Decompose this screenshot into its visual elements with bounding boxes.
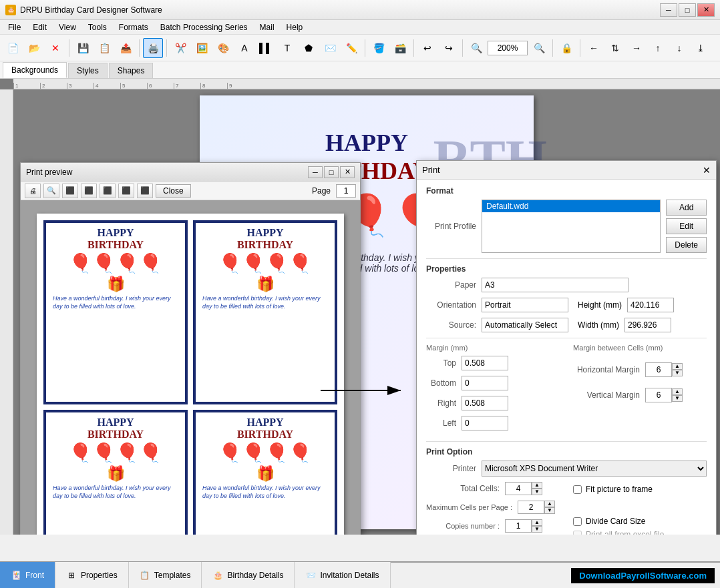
bottom-tab-properties[interactable]: ⊞ Properties	[55, 562, 129, 588]
orientation-input[interactable]	[482, 298, 568, 312]
delete-profile-button[interactable]: Delete	[666, 237, 707, 253]
v-margin-up-button[interactable]: ▲	[672, 388, 683, 395]
max-cells-down-btn[interactable]: ▼	[544, 507, 555, 514]
source-input[interactable]	[482, 318, 568, 332]
h-margin-input[interactable]	[645, 362, 672, 377]
bottom-tab-front[interactable]: 🃏 Front	[0, 562, 55, 588]
print-dialog-close-icon[interactable]: ✕	[703, 165, 711, 176]
copies-input[interactable]	[505, 519, 532, 533]
pp-tb-btn-6[interactable]: ⬛	[118, 184, 134, 198]
pp-tb-btn-2[interactable]: 🔍	[43, 184, 59, 198]
pp-maximize-btn[interactable]: □	[324, 166, 339, 178]
bottom-tab-templates[interactable]: 📋 Templates	[129, 562, 202, 588]
copies-down-btn[interactable]: ▼	[532, 526, 542, 533]
arrow-right-button[interactable]: →	[626, 38, 647, 58]
text-button[interactable]: A	[234, 38, 254, 58]
pp-tb-btn-4[interactable]: ⬛	[81, 184, 97, 198]
pp-tb-btn-5[interactable]: ⬛	[100, 184, 116, 198]
width-input[interactable]	[624, 318, 671, 332]
top-input[interactable]	[462, 356, 508, 370]
menu-help[interactable]: Help	[281, 21, 309, 33]
total-cells-up-btn[interactable]: ▲	[532, 482, 542, 489]
tab-shapes[interactable]: Shapes	[109, 63, 154, 78]
divide-card-checkbox[interactable]	[573, 517, 582, 526]
color-button[interactable]: 🎨	[213, 38, 233, 58]
menu-file[interactable]: File	[3, 21, 26, 33]
paper-input[interactable]	[482, 278, 628, 292]
total-cells-down-btn[interactable]: ▼	[532, 489, 542, 495]
arrow-stack-button[interactable]: ⇅	[605, 38, 625, 58]
pen-button[interactable]: ✏️	[341, 38, 361, 58]
arrow-left-button[interactable]: ←	[584, 38, 604, 58]
print-preview-close-button[interactable]: Close	[156, 184, 191, 198]
barcode-button[interactable]: ▌▌	[256, 38, 276, 58]
image-button[interactable]: 🖼️	[192, 38, 212, 58]
maximize-button[interactable]: □	[679, 3, 696, 17]
shape-button[interactable]: ⬟	[299, 38, 319, 58]
max-cells-up-btn[interactable]: ▲	[544, 501, 555, 507]
new-button[interactable]: 📄	[3, 38, 23, 58]
save-as-button[interactable]: 📋	[94, 38, 114, 58]
fit-picture-checkbox[interactable]	[573, 485, 582, 494]
v-margin-input[interactable]	[645, 388, 672, 402]
undo-button[interactable]: ↩	[417, 38, 437, 58]
tab-backgrounds[interactable]: Backgrounds	[3, 62, 67, 78]
toolbar: 📄 📂 ✕ 💾 📋 📤 🖨️ ✂️ 🖼️ 🎨 A ▌▌ T ⬟ ✉️ ✏️ 🪣 …	[0, 35, 720, 61]
h-margin-down-button[interactable]: ▼	[672, 370, 683, 376]
arrow-end-button[interactable]: ⤓	[691, 38, 711, 58]
page-number-input[interactable]	[336, 184, 356, 198]
db-button[interactable]: 🗃️	[390, 38, 410, 58]
menu-view[interactable]: View	[53, 21, 81, 33]
email-button[interactable]: ✉️	[320, 38, 340, 58]
bottom-tab-birthday-details[interactable]: 🎂 Birthday Details	[202, 562, 295, 588]
arrow-up-button[interactable]: ↑	[648, 38, 668, 58]
height-input[interactable]	[627, 298, 674, 312]
menu-tools[interactable]: Tools	[83, 21, 112, 33]
menu-formats[interactable]: Formats	[114, 21, 154, 33]
h-margin-up-button[interactable]: ▲	[672, 363, 683, 370]
print-excel-checkbox[interactable]	[573, 531, 582, 535]
cut-button[interactable]: ✂️	[170, 38, 190, 58]
pp-tb-btn-7[interactable]: ⬛	[137, 184, 153, 198]
menu-mail[interactable]: Mail	[254, 21, 280, 33]
v-margin-row: Vertical Margin ▲ ▼	[573, 388, 707, 402]
pc2-gift: 🎁	[256, 276, 275, 293]
max-cells-input[interactable]	[518, 501, 544, 514]
lock-button[interactable]: 🔒	[556, 38, 576, 58]
edit-profile-button[interactable]: Edit	[666, 218, 707, 234]
right-input[interactable]	[462, 396, 508, 410]
tick: 9	[227, 83, 254, 89]
export-button[interactable]: 📤	[116, 38, 136, 58]
zoom-in-button[interactable]: 🔍	[466, 38, 486, 58]
arrow-down-button[interactable]: ↓	[669, 38, 689, 58]
pc1-verse: Have a wonderful birthday. I wish your e…	[50, 293, 181, 312]
properties-section-label: Properties	[426, 264, 707, 274]
close-button[interactable]: ✕	[697, 3, 715, 17]
copies-up-btn[interactable]: ▲	[532, 519, 542, 526]
left-input[interactable]	[462, 416, 508, 430]
print-profile-selected[interactable]: Default.wdd	[482, 200, 660, 212]
pp-tb-btn-1[interactable]: 🖨	[25, 184, 41, 198]
delete-button[interactable]: ✕	[45, 38, 65, 58]
save-button[interactable]: 💾	[73, 38, 93, 58]
pp-close-btn-x[interactable]: ✕	[340, 166, 355, 178]
menu-edit[interactable]: Edit	[27, 21, 52, 33]
print-button[interactable]: 🖨️	[143, 38, 163, 58]
open-button[interactable]: 📂	[24, 38, 44, 58]
v-margin-down-button[interactable]: ▼	[672, 395, 683, 402]
print-preview-content: HAPPY BIRTHDAY 🎈🎈🎈🎈 🎁 Have a wonderful b…	[21, 200, 360, 535]
pp-minimize-btn[interactable]: ─	[308, 166, 323, 178]
total-cells-input[interactable]	[505, 482, 532, 495]
minimize-button[interactable]: ─	[660, 3, 677, 17]
zoom-out-button[interactable]: 🔍	[529, 38, 549, 58]
tab-styles[interactable]: Styles	[68, 63, 108, 78]
bottom-input[interactable]	[462, 376, 508, 390]
printer-select[interactable]: Microsoft XPS Document Writer	[482, 461, 707, 477]
bucket-button[interactable]: 🪣	[369, 38, 389, 58]
pp-tb-btn-3[interactable]: ⬛	[62, 184, 78, 198]
menu-batch[interactable]: Batch Processing Series	[155, 21, 253, 33]
font-button[interactable]: T	[277, 38, 297, 58]
bottom-tab-invitation-details[interactable]: 📨 Invitation Details	[295, 562, 390, 588]
add-profile-button[interactable]: Add	[666, 200, 707, 216]
redo-button[interactable]: ↪	[439, 38, 459, 58]
